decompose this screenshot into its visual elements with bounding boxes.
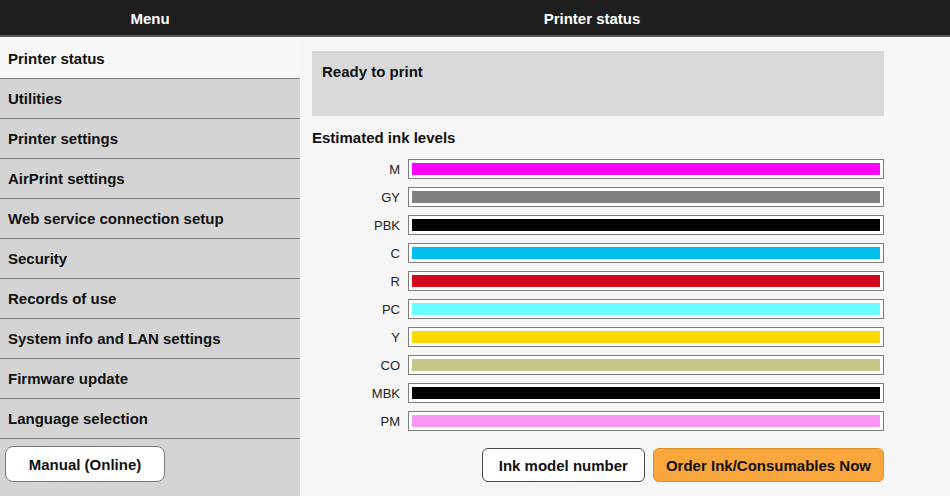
action-button-row: Ink model number Order Ink/Consumables N… [312,448,884,482]
status-message-box: Ready to print [312,51,884,116]
ink-model-number-button[interactable]: Ink model number [482,448,645,482]
ink-label-pm: PM [312,414,400,429]
ink-row: CO [312,355,884,375]
ink-label-pbk: PBK [312,218,400,233]
page-title: Printer status [544,10,641,27]
ink-fill-m [412,163,880,175]
ink-fill-pc [412,303,880,315]
sidebar-menu: Printer status Utilities Printer setting… [0,39,300,496]
ink-row: PM [312,411,884,431]
ink-label-r: R [312,274,400,289]
top-bar: Menu Printer status [0,0,950,37]
ink-bar-y [408,327,884,347]
ink-label-y: Y [312,330,400,345]
manual-online-button[interactable]: Manual (Online) [5,446,165,482]
ink-fill-c [412,247,880,259]
ink-bar-c [408,243,884,263]
ink-row: MBK [312,383,884,403]
ink-bar-gy [408,187,884,207]
ink-row: PC [312,299,884,319]
ink-row: GY [312,187,884,207]
sidebar-item-utilities[interactable]: Utilities [0,79,300,119]
sidebar-item-firmware-update[interactable]: Firmware update [0,359,300,399]
ink-row: C [312,243,884,263]
menu-header: Menu [0,0,300,37]
ink-bar-co [408,355,884,375]
order-ink-consumables-button[interactable]: Order Ink/Consumables Now [653,448,884,482]
ink-fill-pm [412,415,880,427]
ink-fill-pbk [412,219,880,231]
ink-fill-y [412,331,880,343]
sidebar-item-web-service-connection-setup[interactable]: Web service connection setup [0,199,300,239]
ink-bar-mbk [408,383,884,403]
ink-row: R [312,271,884,291]
ink-bar-pc [408,299,884,319]
sidebar-item-printer-status[interactable]: Printer status [0,39,300,79]
sidebar-item-language-selection[interactable]: Language selection [0,399,300,439]
ink-fill-r [412,275,880,287]
ink-bar-r [408,271,884,291]
page-title-header: Printer status [300,0,884,37]
ink-levels-list: M GY PBK C R PC Y CO [312,159,884,431]
ink-label-gy: GY [312,190,400,205]
sidebar-item-security[interactable]: Security [0,239,300,279]
ink-row: PBK [312,215,884,235]
ink-bar-pbk [408,215,884,235]
ink-label-c: C [312,246,400,261]
ink-label-co: CO [312,358,400,373]
ink-label-m: M [312,162,400,177]
main-content: Ready to print Estimated ink levels M GY… [300,39,884,496]
sidebar-item-printer-settings[interactable]: Printer settings [0,119,300,159]
ink-label-pc: PC [312,302,400,317]
status-message: Ready to print [322,63,423,80]
sidebar-item-records-of-use[interactable]: Records of use [0,279,300,319]
sidebar-item-system-info-lan-settings[interactable]: System info and LAN settings [0,319,300,359]
ink-fill-gy [412,191,880,203]
menu-header-label: Menu [130,10,169,27]
ink-fill-co [412,359,880,371]
ink-row: M [312,159,884,179]
ink-bar-pm [408,411,884,431]
ink-bar-m [408,159,884,179]
sidebar-item-airprint-settings[interactable]: AirPrint settings [0,159,300,199]
ink-row: Y [312,327,884,347]
ink-section-title: Estimated ink levels [312,129,884,146]
ink-fill-mbk [412,387,880,399]
ink-label-mbk: MBK [312,386,400,401]
